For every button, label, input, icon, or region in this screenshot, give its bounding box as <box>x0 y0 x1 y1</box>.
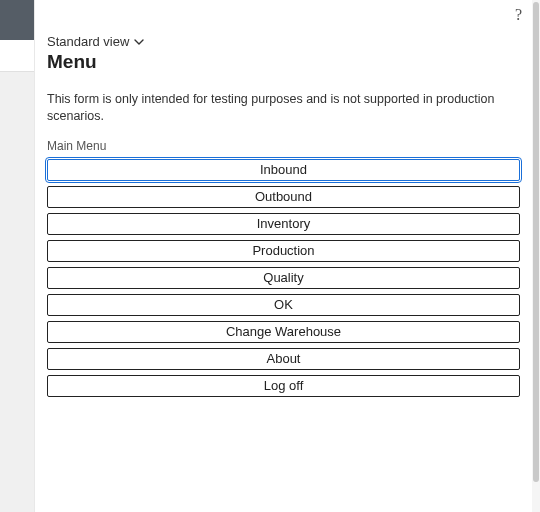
menu-item-ok[interactable]: OK <box>47 294 520 316</box>
page-title: Menu <box>47 51 520 73</box>
view-selector-label: Standard view <box>47 34 129 49</box>
menu-item-inventory[interactable]: Inventory <box>47 213 520 235</box>
menu-item-about[interactable]: About <box>47 348 520 370</box>
main-panel: ? Standard view Menu This form is only i… <box>34 0 532 512</box>
scrollbar-thumb[interactable] <box>533 2 539 482</box>
chevron-down-icon <box>133 36 145 48</box>
menu-list: Inbound Outbound Inventory Production Qu… <box>47 159 520 397</box>
form-description: This form is only intended for testing p… <box>47 91 507 125</box>
nav-rail-light <box>0 40 34 72</box>
view-selector[interactable]: Standard view <box>47 34 145 49</box>
nav-rail-dark <box>0 0 34 40</box>
menu-item-change-warehouse[interactable]: Change Warehouse <box>47 321 520 343</box>
scrollbar-track[interactable] <box>532 0 540 512</box>
menu-item-quality[interactable]: Quality <box>47 267 520 289</box>
help-icon[interactable]: ? <box>515 6 522 24</box>
menu-item-log-off[interactable]: Log off <box>47 375 520 397</box>
menu-item-outbound[interactable]: Outbound <box>47 186 520 208</box>
section-label: Main Menu <box>47 139 520 153</box>
app-window: ? Standard view Menu This form is only i… <box>0 0 540 512</box>
menu-item-inbound[interactable]: Inbound <box>47 159 520 181</box>
menu-item-production[interactable]: Production <box>47 240 520 262</box>
